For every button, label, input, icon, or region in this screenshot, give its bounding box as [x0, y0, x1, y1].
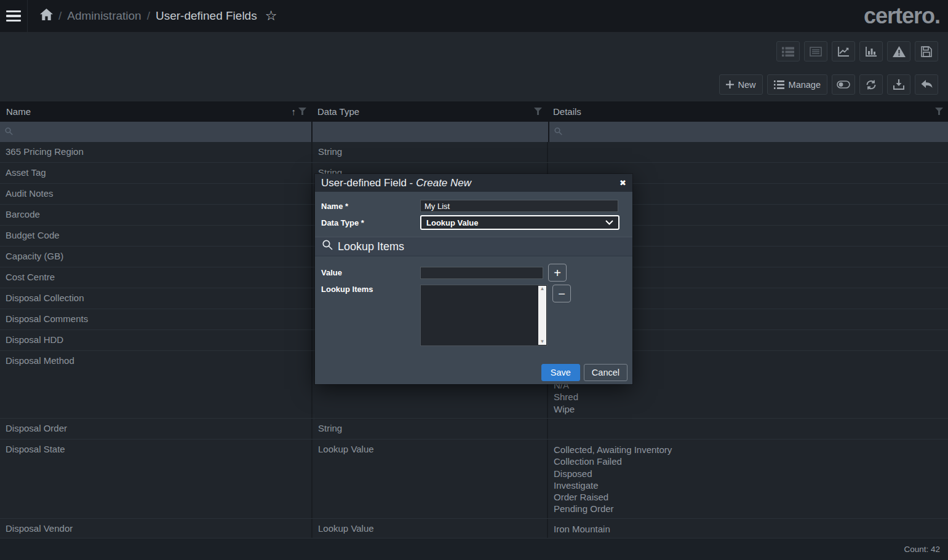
export-icon[interactable] [887, 74, 910, 95]
column-label: Name [6, 106, 31, 117]
details-filter-input[interactable] [566, 127, 943, 137]
detail-item: Pending Order [554, 503, 942, 515]
manage-button[interactable]: Manage [767, 74, 827, 95]
cancel-button[interactable]: Cancel [584, 364, 627, 381]
save-view-icon[interactable] [915, 41, 938, 61]
data-type-selected-value: Lookup Value [426, 218, 479, 227]
breadcrumb-section[interactable]: Administration [67, 9, 141, 23]
new-button[interactable]: New [719, 74, 763, 95]
add-item-button[interactable]: + [548, 264, 567, 282]
table-header: Name ↑ Data Type Details [0, 101, 948, 122]
save-button[interactable]: Save [541, 364, 580, 381]
search-icon [5, 127, 13, 138]
row-data-type: Lookup Value [311, 519, 547, 538]
name-filter-cell[interactable] [0, 122, 311, 142]
filter-funnel-icon[interactable] [534, 106, 542, 117]
star-outline-icon[interactable]: ☆ [265, 9, 277, 23]
action-toolbar: New Manage [0, 74, 948, 95]
hamburger-icon[interactable] [0, 0, 28, 32]
alerts-icon[interactable] [887, 41, 910, 61]
row-name: 365 Pricing Region [0, 142, 311, 162]
row-details [547, 419, 948, 439]
name-field-label: Name * [321, 202, 420, 211]
breadcrumb: / Administration / User-defined Fields ☆ [40, 9, 277, 23]
bar-chart-icon[interactable] [859, 41, 883, 61]
search-icon [554, 127, 562, 138]
detail-item: Shred [554, 391, 942, 403]
scroll-down-icon[interactable]: ▼ [540, 339, 545, 345]
row-details: Collected, Awaiting InventoryCollection … [547, 440, 948, 518]
row-details [547, 142, 948, 162]
name-field[interactable] [420, 200, 618, 212]
data-type-select[interactable]: Lookup Value [420, 215, 619, 230]
section-title: Lookup Items [338, 240, 404, 253]
row-name: Budget Code [0, 226, 311, 246]
table-row[interactable]: 365 Pricing Region String [0, 142, 948, 163]
row-name: Audit Notes [0, 184, 311, 204]
row-name: Disposal Comments [0, 309, 311, 329]
line-chart-icon[interactable] [832, 41, 855, 61]
row-name: Disposal HDD [0, 330, 311, 350]
detail-item: Wipe [554, 403, 942, 415]
view-toolbar [0, 41, 948, 61]
status-bar: Count: 42 [0, 538, 948, 560]
sort-ascending-icon: ↑ [292, 106, 297, 117]
manage-button-label: Manage [789, 80, 821, 90]
table-row[interactable]: Disposal Order String [0, 419, 948, 440]
list-view-icon[interactable] [776, 41, 800, 61]
row-name: Disposal State [0, 440, 311, 518]
detail-item: Order Raised [554, 491, 942, 503]
data-type-filter-cell[interactable] [313, 122, 548, 142]
remove-item-button[interactable]: − [552, 285, 571, 302]
row-name: Asset Tag [0, 163, 311, 183]
dialog-title-emphasis: Create New [416, 177, 471, 189]
filter-funnel-icon[interactable] [935, 106, 943, 117]
breadcrumb-separator: / [147, 9, 150, 23]
undo-icon[interactable] [915, 74, 938, 95]
top-bar: / Administration / User-defined Fields ☆… [0, 0, 948, 32]
value-field[interactable] [420, 267, 543, 279]
row-details: Iron Mountain [547, 519, 948, 538]
table-row[interactable]: Disposal State Lookup Value Collected, A… [0, 440, 948, 519]
details-filter-cell[interactable] [549, 122, 948, 142]
new-button-label: New [738, 80, 756, 90]
filter-funnel-icon[interactable] [298, 106, 306, 117]
app-logo: certero. [864, 3, 940, 29]
dialog-title: User-defined Field - [321, 177, 413, 189]
value-field-label: Value [321, 268, 420, 277]
detail-view-icon[interactable] [804, 41, 827, 61]
table-row[interactable]: Disposal Vendor Lookup Value Iron Mounta… [0, 519, 948, 538]
record-count: Count: 42 [904, 545, 940, 554]
detail-item: Collection Failed [554, 455, 942, 467]
search-icon [322, 240, 333, 253]
breadcrumb-current: User-defined Fields [156, 9, 257, 23]
row-data-type: String [311, 419, 547, 439]
row-name: Cost Centre [0, 267, 311, 288]
close-icon[interactable]: ✖ [619, 178, 626, 187]
home-icon[interactable] [40, 9, 53, 23]
row-name: Disposal Method [0, 351, 311, 418]
row-name: Barcode [0, 205, 311, 225]
row-name: Disposal Vendor [0, 519, 311, 538]
create-new-dialog: User-defined Field - Create New ✖ Name *… [315, 174, 632, 384]
listbox-scrollbar[interactable]: ▲ ▼ [538, 286, 546, 345]
detail-item: Collected, Awaiting Inventory [554, 444, 942, 455]
scroll-up-icon[interactable]: ▲ [540, 286, 545, 292]
lookup-items-listbox[interactable]: ▲ ▼ [420, 285, 548, 346]
column-header-data-type[interactable]: Data Type [311, 101, 547, 122]
lookup-items-section-header: Lookup Items [315, 237, 632, 256]
column-header-name[interactable]: Name ↑ [0, 101, 311, 122]
row-name: Capacity (GB) [0, 246, 311, 267]
data-type-field-label: Data Type * [321, 218, 420, 227]
column-header-details[interactable]: Details [547, 101, 948, 122]
detail-item: Disposed [554, 468, 942, 479]
app-root: / Administration / User-defined Fields ☆… [0, 0, 948, 560]
column-label: Details [553, 106, 581, 117]
name-filter-input[interactable] [17, 127, 306, 137]
data-type-filter-input[interactable] [317, 127, 543, 137]
dialog-body: Name * Data Type * Lookup Value Lookup I… [315, 192, 632, 384]
dialog-title-bar: User-defined Field - Create New ✖ [315, 174, 632, 192]
detail-item: Investigate [554, 479, 942, 491]
toggle-icon[interactable] [832, 74, 855, 95]
refresh-icon[interactable] [859, 74, 883, 95]
